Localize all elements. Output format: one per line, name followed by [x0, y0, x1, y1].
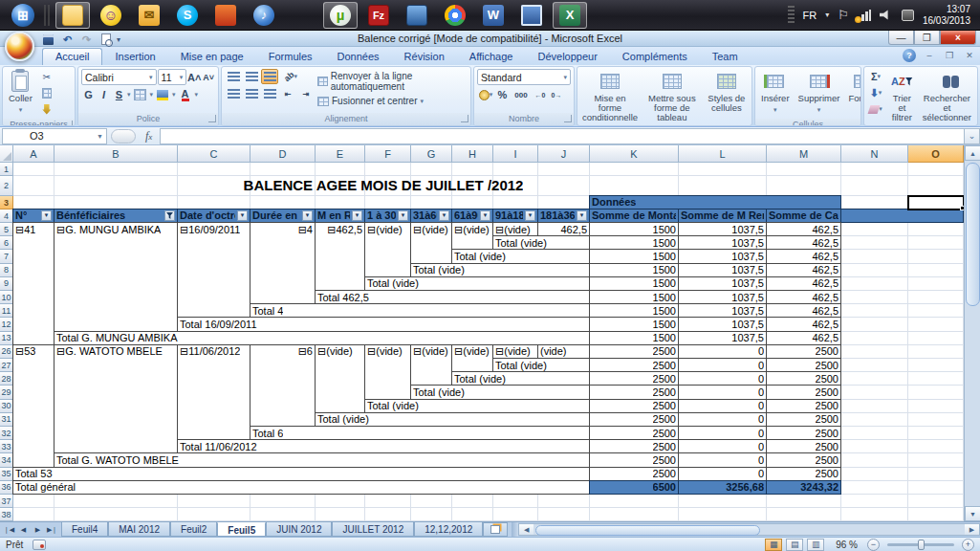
row-header-30[interactable]: 30	[0, 400, 13, 413]
pivot-cell-M32[interactable]: 2500	[766, 426, 841, 440]
dialog-launcher-icon[interactable]	[65, 121, 73, 126]
cut-button[interactable]: ✂	[38, 69, 55, 84]
cell-J3[interactable]	[538, 196, 590, 209]
cell-styles-button[interactable]: Styles de cellules	[705, 69, 749, 124]
cell-E3[interactable]	[316, 196, 365, 209]
cell-N35[interactable]	[841, 468, 908, 481]
pivot-cell-K5[interactable]: 1500	[589, 222, 679, 236]
filter-dropdown-icon[interactable]: ▼	[41, 210, 52, 221]
print-preview-button[interactable]	[98, 33, 114, 46]
filter-dropdown-icon[interactable]: ▼	[398, 210, 408, 221]
filter-dropdown-icon[interactable]: ▼	[439, 210, 449, 221]
pivot-cell-C33[interactable]: Total 11/06/2012	[177, 439, 590, 453]
align-bottom-button[interactable]	[261, 69, 278, 84]
taskbar-icon-explorer[interactable]	[55, 2, 90, 29]
pivot-cell-M31[interactable]: 2500	[766, 412, 841, 427]
increase-decimal-button[interactable]: ←0	[533, 87, 548, 102]
pivot-cell-M36[interactable]: 3243,32	[766, 480, 841, 495]
customize-qat-button[interactable]: ▾	[117, 35, 120, 44]
cell-N1[interactable]	[841, 163, 908, 176]
pivot-cell-E4[interactable]: M en R.▼	[315, 209, 365, 223]
bold-button[interactable]: G	[81, 87, 96, 102]
taskbar-icon-excel[interactable]: X	[553, 2, 587, 29]
cell-H1[interactable]	[452, 163, 493, 176]
pivot-cell-L10[interactable]: 1037,5	[678, 290, 767, 304]
cell-F37[interactable]	[365, 495, 411, 508]
zoom-in-button[interactable]: +	[962, 539, 974, 551]
row-header-29[interactable]: 29	[0, 386, 13, 399]
column-header-O[interactable]: O	[908, 145, 964, 163]
pivot-cell-B4[interactable]: Bénféficiaires	[54, 209, 178, 223]
cell-I1[interactable]	[493, 163, 538, 176]
cell-H38[interactable]	[452, 508, 493, 521]
pivot-cell-L28[interactable]: 0	[678, 371, 767, 386]
pivot-cell-C26[interactable]: ⊟11/06/2012	[177, 344, 250, 440]
pivot-cell-L6[interactable]: 1037,5	[678, 235, 767, 250]
fill-color-dropdown[interactable]: ▾	[172, 91, 176, 99]
column-header-D[interactable]: D	[250, 145, 316, 163]
column-header-K[interactable]: K	[590, 145, 679, 163]
pivot-cell-I27[interactable]: Total (vide)	[492, 358, 590, 372]
cell-O2[interactable]	[908, 176, 964, 196]
cell-B1[interactable]	[54, 163, 178, 176]
volume-icon[interactable]	[880, 10, 893, 21]
pivot-cell-L29[interactable]: 0	[678, 385, 767, 399]
fill-button[interactable]: ⬇▾	[867, 85, 884, 100]
cell-N8[interactable]	[841, 264, 908, 277]
pivot-cell-H5[interactable]: ⊟(vide)	[451, 222, 493, 250]
horizontal-scrollbar[interactable]: ◀ ▶	[518, 523, 980, 536]
pivot-cell-M10[interactable]: 462,5	[766, 290, 841, 304]
row-header-35[interactable]: 35	[0, 468, 13, 481]
vertical-scroll-thumb[interactable]	[966, 163, 980, 306]
sheet-tab-juin-2012[interactable]: JUIN 2012	[266, 522, 332, 537]
taskbar-icon-burner[interactable]	[208, 2, 243, 29]
pivot-cell-F30[interactable]: Total (vide)	[364, 399, 590, 413]
pivot-cell-M5[interactable]: 462,5	[766, 222, 841, 236]
italic-button[interactable]: I	[97, 87, 111, 102]
pivot-cell-K4[interactable]: Somme de Montant	[589, 209, 679, 223]
conditional-formatting-button[interactable]: Mise en forme conditionnelle	[580, 69, 640, 124]
pivot-cell-M30[interactable]: 2500	[766, 399, 841, 413]
first-sheet-button[interactable]: ❘◀	[3, 526, 15, 534]
fill-color-button[interactable]	[154, 87, 171, 102]
pivot-cell-A26[interactable]: ⊟53	[12, 344, 54, 468]
cell-N32[interactable]	[841, 427, 908, 440]
normal-view-button[interactable]: ▦	[765, 539, 782, 551]
cell-M38[interactable]	[767, 508, 841, 521]
cell-C1[interactable]	[178, 163, 250, 176]
cell-O38[interactable]	[908, 508, 964, 521]
pivot-cell-K9[interactable]: 1500	[589, 276, 679, 291]
cell-O8[interactable]	[908, 264, 964, 277]
pivot-cell-C12[interactable]: Total 16/09/2011	[177, 317, 590, 331]
pivot-cell-G5[interactable]: ⊟(vide)	[410, 222, 452, 264]
column-header-L[interactable]: L	[679, 145, 767, 163]
pivot-cell-K26[interactable]: 2500	[589, 344, 679, 359]
pivot-cell-N4[interactable]	[840, 209, 964, 223]
column-header-F[interactable]: F	[365, 145, 411, 163]
pivot-cell-K29[interactable]: 2500	[589, 385, 679, 399]
pivot-cell-L36[interactable]: 3256,68	[678, 480, 767, 495]
pivot-cell-I6[interactable]: Total (vide)	[492, 235, 590, 250]
pivot-cell-L12[interactable]: 1037,5	[678, 317, 767, 331]
font-size-select[interactable]: 11▾	[158, 69, 187, 85]
row-header-12[interactable]: 12	[0, 318, 13, 331]
column-header-J[interactable]: J	[538, 145, 590, 163]
pivot-cell-M28[interactable]: 2500	[766, 371, 841, 386]
cell-G38[interactable]	[411, 508, 452, 521]
cell-O27[interactable]	[908, 359, 964, 372]
ribbon-tab-formules[interactable]: Formules	[256, 49, 325, 65]
cell-L2[interactable]	[679, 176, 767, 196]
cell-K38[interactable]	[590, 508, 679, 521]
accounting-format-button[interactable]: ▾	[477, 87, 494, 102]
pivot-cell-L4[interactable]: Somme de M Remb	[678, 209, 767, 223]
cell-N29[interactable]	[841, 386, 908, 399]
cell-E1[interactable]	[316, 163, 365, 176]
decrease-indent-button[interactable]: ⇤	[279, 86, 296, 101]
sheet-tab-feuil2[interactable]: Feuil2	[170, 522, 217, 537]
cell-O10[interactable]	[908, 291, 964, 304]
action-center-flag-icon[interactable]: ⚐	[838, 8, 849, 22]
insert-cells-button[interactable]: Insérer ▾	[758, 69, 793, 117]
pivot-cell-G26[interactable]: ⊟(vide)	[410, 344, 452, 386]
cell-C3[interactable]	[178, 196, 250, 209]
pivot-cell-M35[interactable]: 2500	[766, 467, 841, 481]
